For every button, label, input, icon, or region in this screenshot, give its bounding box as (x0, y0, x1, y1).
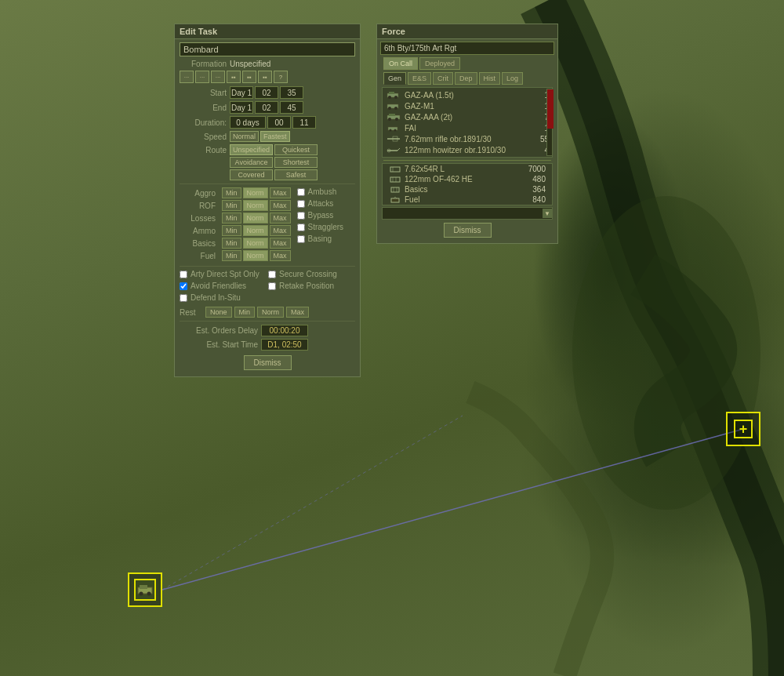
unit-marker-1[interactable] (128, 572, 162, 607)
edit-task-title: Edit Task (175, 24, 360, 39)
divider-1 (180, 184, 355, 184)
start-spinner-group: Day 1 02 35 (230, 86, 303, 99)
unit-marker-2[interactable]: + (726, 412, 760, 446)
rof-min[interactable]: Min (222, 200, 241, 211)
force-bottom-scrollbar[interactable]: ▼ (382, 207, 553, 220)
speed-normal-btn[interactable]: Normal (230, 131, 259, 142)
check-arty-label: Arty Direct Spt Only (191, 270, 260, 278)
svg-point-0 (572, 196, 760, 510)
rest-row: Rest None Min Norm Max (180, 307, 355, 318)
losses-min[interactable]: Min (222, 213, 241, 224)
task-name-input[interactable] (180, 42, 355, 56)
rest-min[interactable]: Min (234, 307, 256, 318)
end-hour[interactable]: 02 (255, 101, 278, 114)
rof-norm[interactable]: Norm (243, 200, 268, 211)
route-shortest[interactable]: Shortest (274, 157, 318, 168)
icon-btn-4[interactable]: ▪▪ (227, 71, 241, 83)
basics-norm[interactable]: Norm (243, 238, 268, 249)
check-secure[interactable] (268, 271, 276, 278)
start-time-value: D1, 02:50 (261, 339, 308, 351)
basics-max[interactable]: Max (270, 238, 291, 249)
check-basing[interactable] (297, 235, 305, 243)
svg-point-13 (394, 107, 397, 110)
check-basing-label: Basing (308, 234, 332, 243)
rest-none[interactable]: None (205, 307, 232, 318)
check-arty[interactable] (180, 271, 187, 278)
start-day[interactable]: Day 1 (230, 86, 253, 99)
fuel-norm[interactable]: Norm (243, 250, 268, 261)
fuel-max[interactable]: Max (270, 250, 291, 261)
orders-delay-row: Est. Orders Delay 00:00:20 (180, 325, 355, 336)
check-retake-label: Retake Position (279, 282, 334, 290)
fuel-min[interactable]: Min (222, 250, 241, 261)
check-avoid[interactable] (180, 282, 187, 290)
start-hour[interactable]: 02 (255, 86, 278, 99)
tab-hist[interactable]: Hist (479, 72, 501, 85)
unit-list-scrollbar[interactable] (546, 89, 553, 156)
icon-btn-3[interactable]: ··· (211, 71, 225, 83)
tab-gen[interactable]: Gen (383, 72, 406, 85)
icon-btn-1[interactable]: ··· (180, 71, 194, 83)
icon-btn-6[interactable]: ▪▪ (258, 71, 272, 83)
check-defend[interactable] (180, 294, 187, 302)
speed-fastest-btn[interactable]: Fastest (260, 131, 290, 142)
icon-btn-5[interactable]: ▪▪ (242, 71, 256, 83)
tab-eas[interactable]: E&S (408, 72, 431, 85)
route-covered[interactable]: Covered (230, 169, 273, 180)
losses-norm[interactable]: Norm (243, 213, 268, 224)
icon-btn-help[interactable]: ? (274, 71, 288, 83)
duration-hour[interactable]: 00 (267, 116, 291, 129)
route-quickest[interactable]: Quickest (274, 144, 318, 155)
supply-row-2: Basics 364 (386, 184, 549, 194)
force-status-tabs: On Call Deployed (380, 57, 554, 70)
end-label: End (180, 104, 227, 112)
unit-name-5: 122mm howitzer obr.1910/30 (405, 146, 533, 154)
supply-icon-0 (389, 165, 401, 173)
tab-crit[interactable]: Crit (433, 72, 453, 85)
ammo-min[interactable]: Min (222, 225, 241, 236)
rof-max[interactable]: Max (270, 200, 291, 211)
unit-icon-2 (386, 112, 401, 122)
duration-days[interactable]: 0 days (230, 116, 266, 129)
route-safest[interactable]: Safest (274, 169, 318, 180)
duration-label: Duration: (180, 118, 227, 127)
ammo-norm[interactable]: Norm (243, 225, 268, 236)
basics-min[interactable]: Min (222, 238, 241, 249)
check-stragglers[interactable] (297, 224, 305, 231)
check-attacks[interactable] (297, 200, 305, 208)
unit-name-2: GAZ-AAA (2t) (405, 113, 533, 122)
route-unspecified[interactable]: Unspecified (230, 144, 273, 155)
end-day[interactable]: Day 1 (230, 101, 253, 114)
aggro-min[interactable]: Min (222, 187, 241, 198)
unit-name-4: 7.62mm rifle obr.1891/30 (405, 135, 533, 144)
edit-task-dismiss-btn[interactable]: Dismiss (244, 355, 292, 370)
aggro-max[interactable]: Max (270, 187, 291, 198)
aggro-norm[interactable]: Norm (243, 187, 268, 198)
tab-log[interactable]: Log (502, 72, 523, 85)
check-bypass[interactable] (297, 212, 305, 220)
check-ambush-label: Ambush (308, 187, 337, 196)
unit-icon-1 (386, 101, 401, 111)
rest-max[interactable]: Max (286, 307, 309, 318)
check-ambush[interactable] (297, 188, 305, 196)
supply-separator (383, 160, 551, 161)
end-min[interactable]: 45 (280, 101, 303, 114)
orders-delay-value: 00:00:20 (261, 325, 308, 336)
duration-min[interactable]: 11 (292, 116, 316, 129)
force-dismiss-btn[interactable]: Dismiss (444, 223, 492, 238)
status-tab-deployed[interactable]: Deployed (419, 57, 460, 70)
start-min[interactable]: 35 (280, 86, 303, 99)
ammo-max[interactable]: Max (270, 225, 291, 236)
check-attacks-label: Attacks (308, 199, 334, 208)
scrollbar-thumb[interactable] (547, 89, 554, 129)
rest-norm[interactable]: Norm (257, 307, 284, 318)
scroll-down-btn[interactable]: ▼ (543, 209, 552, 218)
svg-point-6 (147, 592, 151, 596)
check-retake[interactable] (268, 282, 276, 290)
unit-icon-3 (386, 123, 401, 133)
status-tab-oncall[interactable]: On Call (383, 57, 418, 70)
route-avoidance[interactable]: Avoidance (230, 157, 273, 168)
icon-btn-2[interactable]: ··· (195, 71, 209, 83)
losses-max[interactable]: Max (270, 213, 291, 224)
tab-dep[interactable]: Dep (455, 72, 477, 85)
